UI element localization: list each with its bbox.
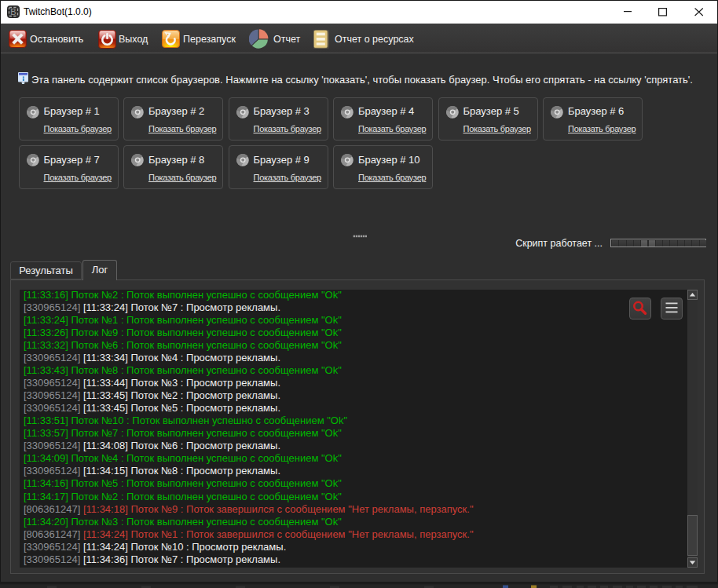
svg-text:B: B (10, 7, 16, 16)
